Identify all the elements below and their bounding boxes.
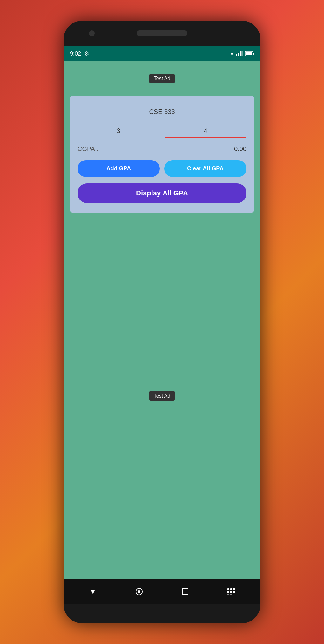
svg-rect-9 (227, 588, 229, 590)
clear-gpa-button[interactable]: Clear All GPA (164, 160, 246, 177)
cgpa-label: CGPA : (78, 145, 98, 153)
phone-bottom-bezel (64, 604, 260, 623)
top-ad-label: Test Ad (149, 74, 175, 83)
wifi-icon: ▾ (231, 51, 233, 57)
ad-banner-bottom: Test Ad (64, 213, 260, 579)
action-buttons-row: Add GPA Clear All GPA (78, 160, 246, 177)
phone-frame: 9:02 ⚙ ▾ Test Ad (64, 21, 260, 623)
svg-rect-6 (246, 52, 252, 55)
svg-rect-14 (233, 591, 235, 593)
menu-button[interactable] (223, 584, 239, 600)
display-gpa-button[interactable]: Display All GPA (78, 183, 246, 203)
svg-rect-1 (238, 53, 239, 56)
grade-group (165, 125, 246, 138)
app-card: CGPA : 0.00 Add GPA Clear All GPA Displa… (70, 96, 254, 213)
svg-rect-16 (230, 594, 232, 595)
menu-icon (227, 588, 235, 595)
svg-rect-11 (233, 588, 235, 590)
course-name-group (78, 106, 246, 118)
time-display: 9:02 (70, 50, 81, 57)
recent-button[interactable] (177, 584, 193, 600)
svg-rect-15 (227, 594, 229, 595)
svg-rect-3 (241, 51, 243, 56)
ad-banner-top: Test Ad (64, 61, 260, 96)
svg-rect-5 (253, 53, 254, 55)
camera (89, 30, 95, 36)
bottom-nav: ▼ (64, 579, 260, 604)
credit-group (78, 125, 159, 138)
course-name-input[interactable] (78, 106, 246, 118)
home-icon (135, 588, 143, 595)
svg-rect-12 (227, 591, 229, 593)
signal-icon (236, 51, 243, 56)
cgpa-value: 0.00 (234, 145, 246, 153)
settings-icon[interactable]: ⚙ (84, 50, 89, 57)
status-right: ▾ (231, 51, 254, 57)
status-bar: 9:02 ⚙ ▾ (64, 46, 260, 61)
grade-input[interactable] (165, 125, 246, 138)
speaker (137, 30, 187, 36)
status-left: 9:02 ⚙ (70, 50, 89, 57)
credit-input[interactable] (78, 125, 159, 137)
svg-rect-2 (240, 51, 241, 56)
phone-top-bezel (64, 21, 260, 46)
svg-rect-10 (230, 588, 232, 590)
svg-rect-13 (230, 591, 232, 593)
bottom-ad-label: Test Ad (149, 391, 175, 401)
battery-icon (245, 51, 254, 56)
home-button[interactable] (131, 584, 147, 600)
back-icon: ▼ (90, 588, 97, 596)
phone-content: Test Ad CGPA : 0.00 (64, 61, 260, 579)
credit-grade-row (78, 125, 246, 138)
svg-point-8 (138, 590, 140, 593)
add-gpa-button[interactable]: Add GPA (78, 160, 160, 177)
svg-rect-0 (236, 54, 237, 56)
recent-icon (182, 588, 188, 595)
back-button[interactable]: ▼ (85, 584, 101, 600)
cgpa-row: CGPA : 0.00 (78, 144, 246, 154)
